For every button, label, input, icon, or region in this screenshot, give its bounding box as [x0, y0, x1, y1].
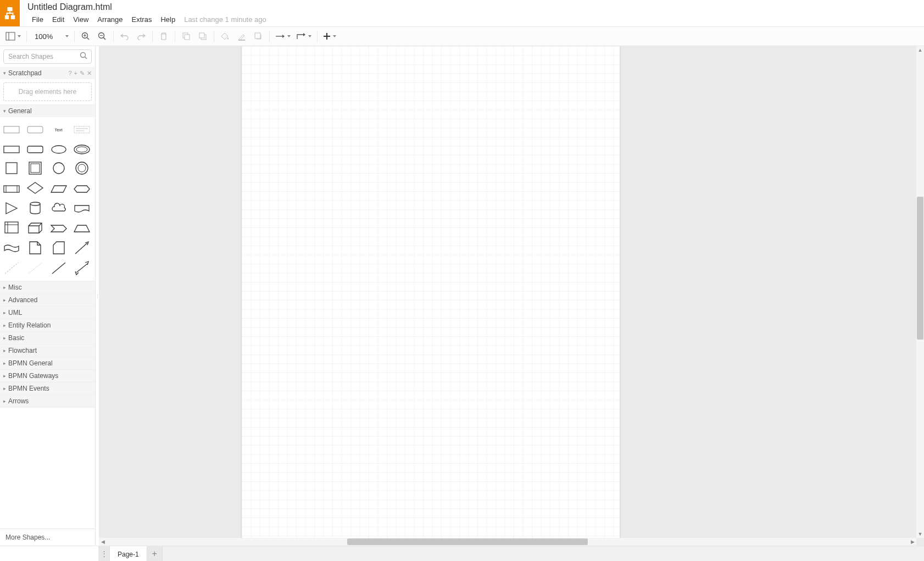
shape-hexagon[interactable] — [73, 181, 91, 197]
shape-rounded-rectangle-thin[interactable] — [26, 121, 44, 138]
shape-triangle[interactable] — [2, 201, 21, 217]
shadow-button[interactable] — [251, 29, 266, 44]
scratchpad-header[interactable]: Scratchpad ? + ✎ ✕ — [0, 67, 95, 79]
vertical-scrollbar[interactable]: ▲ ▼ — [916, 46, 924, 538]
page-tab-menu-button[interactable]: ⋮ — [99, 546, 110, 561]
shape-square-double[interactable] — [26, 161, 44, 177]
menu-extras[interactable]: Extras — [127, 14, 157, 25]
svg-point-37 — [76, 162, 88, 174]
shape-diamond[interactable] — [26, 181, 44, 197]
svg-rect-24 — [27, 126, 43, 133]
section-bpmn-general[interactable]: BPMN General — [0, 357, 95, 369]
shape-rectangle[interactable] — [2, 141, 21, 158]
shape-ellipse[interactable] — [49, 141, 68, 158]
shape-note[interactable] — [26, 240, 44, 257]
zoom-out-button[interactable] — [94, 29, 110, 44]
footer-tabs: ⋮ Page-1 + — [0, 546, 924, 561]
waypoint-style-dropdown[interactable] — [294, 29, 314, 44]
svg-point-32 — [76, 147, 87, 152]
horizontal-scrollbar[interactable]: ◀ ▶ — [99, 538, 916, 546]
shape-process[interactable] — [2, 181, 21, 197]
to-back-button[interactable] — [195, 29, 210, 44]
section-bpmn-events[interactable]: BPMN Events — [0, 382, 95, 395]
redo-button[interactable] — [133, 29, 149, 44]
undo-icon — [120, 32, 129, 40]
view-layout-dropdown[interactable] — [3, 29, 23, 44]
shape-trapezoid[interactable] — [73, 220, 91, 237]
svg-rect-17 — [255, 33, 260, 38]
shape-cylinder[interactable] — [26, 201, 44, 217]
shape-circle-double[interactable] — [73, 161, 91, 177]
drawing-page[interactable] — [242, 46, 620, 546]
page-tab-1[interactable]: Page-1 — [110, 546, 147, 561]
shape-textbox[interactable] — [73, 121, 91, 138]
shape-step[interactable] — [49, 220, 68, 237]
section-flowchart[interactable]: Flowchart — [0, 345, 95, 357]
shape-rectangle-thin[interactable] — [2, 121, 21, 138]
zoom-dropdown[interactable]: 100% — [30, 29, 71, 44]
search-shapes-input[interactable] — [3, 49, 92, 64]
scratchpad-help-icon[interactable]: ? — [68, 70, 71, 77]
menu-file[interactable]: File — [27, 14, 48, 25]
to-front-button[interactable] — [179, 29, 194, 44]
shape-circle[interactable] — [49, 161, 68, 177]
insert-dropdown[interactable] — [321, 29, 338, 44]
shape-line[interactable] — [49, 260, 68, 276]
shape-dashed-line[interactable] — [2, 260, 21, 276]
section-basic[interactable]: Basic — [0, 332, 95, 344]
line-color-button[interactable] — [234, 29, 249, 44]
delete-button[interactable] — [156, 29, 171, 44]
svg-point-30 — [52, 146, 66, 153]
connection-style-dropdown[interactable] — [273, 29, 293, 44]
menu-arrange[interactable]: Arrange — [93, 14, 127, 25]
shape-tape[interactable] — [2, 240, 21, 257]
shape-bidirectional-arrow[interactable] — [73, 260, 91, 276]
menu-help[interactable]: Help — [156, 14, 180, 25]
undo-button[interactable] — [117, 29, 132, 44]
horizontal-scroll-thumb[interactable] — [347, 538, 588, 545]
scratchpad-close-icon[interactable]: ✕ — [87, 70, 92, 77]
scroll-up-icon[interactable]: ▲ — [916, 46, 924, 54]
search-icon[interactable] — [80, 52, 90, 62]
section-entity-relation[interactable]: Entity Relation — [0, 319, 95, 331]
last-change-label: Last change 1 minute ago — [180, 14, 271, 25]
shape-arrow-line[interactable] — [73, 240, 91, 257]
shape-text[interactable]: Text — [49, 121, 68, 138]
app-logo[interactable] — [0, 0, 20, 26]
shape-ellipse-double[interactable] — [73, 141, 91, 158]
shape-cloud[interactable] — [49, 201, 68, 217]
section-bpmn-gateways[interactable]: BPMN Gateways — [0, 370, 95, 382]
shape-square[interactable] — [2, 161, 21, 177]
scroll-down-icon[interactable]: ▼ — [916, 530, 924, 538]
section-misc[interactable]: Misc — [0, 281, 95, 293]
fill-color-button[interactable] — [218, 29, 233, 44]
shape-document[interactable] — [73, 201, 91, 217]
canvas[interactable]: ▲ ▼ ◀ ▶ — [99, 46, 924, 546]
svg-point-42 — [30, 202, 40, 205]
zoom-in-button[interactable] — [78, 29, 93, 44]
add-page-button[interactable]: + — [147, 546, 163, 561]
section-arrows[interactable]: Arrows — [0, 395, 95, 407]
scratchpad-add-icon[interactable]: + — [74, 70, 77, 77]
vertical-scroll-thumb[interactable] — [917, 197, 923, 340]
menu-view[interactable]: View — [69, 14, 93, 25]
scroll-left-icon[interactable]: ◀ — [99, 538, 107, 546]
shape-parallelogram[interactable] — [49, 181, 68, 197]
menu-edit[interactable]: Edit — [48, 14, 69, 25]
shape-card[interactable] — [49, 240, 68, 257]
shape-internal-storage[interactable] — [2, 220, 21, 237]
shape-dotted-line[interactable] — [26, 260, 44, 276]
svg-rect-0 — [7, 7, 12, 11]
general-header[interactable]: General — [0, 105, 95, 117]
section-uml[interactable]: UML — [0, 307, 95, 319]
scratchpad-dropzone[interactable]: Drag elements here — [3, 82, 92, 101]
scroll-right-icon[interactable]: ▶ — [909, 538, 916, 546]
general-section: General Text — [0, 105, 95, 281]
more-shapes-button[interactable]: More Shapes... — [0, 529, 95, 546]
shape-cube[interactable] — [26, 220, 44, 237]
svg-rect-2 — [11, 15, 15, 19]
section-advanced[interactable]: Advanced — [0, 294, 95, 306]
shape-rounded-rectangle[interactable] — [26, 141, 44, 158]
scratchpad-edit-icon[interactable]: ✎ — [80, 70, 85, 77]
document-title[interactable]: Untitled Diagram.html — [27, 2, 271, 12]
